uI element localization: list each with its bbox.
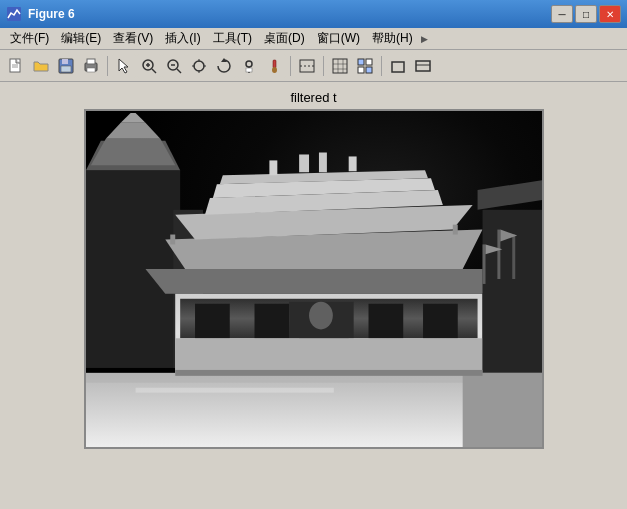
main-content: filtered t — [0, 82, 627, 509]
zoom-out-button[interactable] — [162, 54, 186, 78]
print-button[interactable] — [79, 54, 103, 78]
menubar: 文件(F) 编辑(E) 查看(V) 插入(I) 工具(T) 桌面(D) 窗口(W… — [0, 28, 627, 50]
svg-point-25 — [246, 61, 252, 67]
open-button[interactable] — [29, 54, 53, 78]
svg-rect-84 — [462, 373, 541, 447]
svg-rect-61 — [318, 153, 326, 173]
svg-rect-63 — [452, 225, 457, 235]
pointer-button[interactable] — [112, 54, 136, 78]
svg-rect-60 — [299, 154, 309, 172]
svg-rect-62 — [170, 235, 175, 245]
svg-rect-41 — [392, 62, 404, 72]
menu-help[interactable]: 帮助(H) — [366, 28, 419, 49]
sep1 — [107, 56, 108, 76]
svg-rect-9 — [87, 59, 95, 64]
new-button[interactable] — [4, 54, 28, 78]
save-button[interactable] — [54, 54, 78, 78]
app-icon — [6, 6, 22, 22]
svg-marker-52 — [145, 269, 502, 294]
datacursor-button[interactable] — [237, 54, 261, 78]
zoom-in-button[interactable] — [137, 54, 161, 78]
svg-rect-69 — [368, 304, 403, 339]
menu-desktop[interactable]: 桌面(D) — [258, 28, 311, 49]
menu-insert[interactable]: 插入(I) — [159, 28, 206, 49]
svg-rect-30 — [300, 60, 314, 72]
svg-rect-7 — [61, 66, 71, 72]
menu-file[interactable]: 文件(F) — [4, 28, 55, 49]
svg-rect-76 — [482, 244, 485, 284]
box1-button[interactable] — [386, 54, 410, 78]
grid-button1[interactable] — [328, 54, 352, 78]
menu-window[interactable]: 窗口(W) — [311, 28, 366, 49]
window-title: Figure 6 — [28, 7, 545, 21]
svg-rect-40 — [366, 67, 372, 73]
window-controls: ─ □ ✕ — [551, 5, 621, 23]
rotate-button[interactable] — [212, 54, 236, 78]
svg-rect-59 — [348, 156, 356, 171]
svg-marker-4 — [34, 62, 48, 71]
svg-rect-10 — [87, 68, 95, 72]
sep2 — [290, 56, 291, 76]
grid-button2[interactable] — [353, 54, 377, 78]
menu-expand-arrow[interactable]: ▶ — [421, 34, 428, 44]
link-axes-button[interactable] — [295, 54, 319, 78]
svg-rect-67 — [254, 304, 289, 339]
svg-rect-6 — [62, 59, 68, 64]
svg-rect-32 — [333, 59, 347, 73]
svg-rect-42 — [416, 61, 430, 71]
svg-marker-11 — [119, 59, 128, 73]
zoom-fit-button[interactable] — [187, 54, 211, 78]
svg-rect-83 — [135, 388, 333, 393]
image-frame[interactable] — [84, 109, 544, 449]
image-svg — [86, 111, 542, 447]
plot-title: filtered t — [290, 90, 336, 105]
close-button[interactable]: ✕ — [599, 5, 621, 23]
menu-edit[interactable]: 编辑(E) — [55, 28, 107, 49]
image-canvas — [86, 111, 542, 447]
menu-view[interactable]: 查看(V) — [107, 28, 159, 49]
svg-rect-85 — [175, 370, 482, 376]
titlebar: Figure 6 ─ □ ✕ — [0, 0, 627, 28]
toolbar — [0, 50, 627, 82]
brush-button[interactable] — [262, 54, 286, 78]
svg-rect-58 — [269, 160, 277, 175]
svg-rect-28 — [273, 60, 276, 68]
svg-rect-77 — [497, 230, 500, 279]
svg-rect-70 — [423, 304, 458, 339]
svg-rect-37 — [358, 59, 364, 65]
menu-tools[interactable]: 工具(T) — [207, 28, 258, 49]
svg-rect-73 — [175, 338, 482, 373]
svg-rect-27 — [246, 68, 252, 72]
svg-rect-66 — [195, 304, 230, 339]
box2-button[interactable] — [411, 54, 435, 78]
svg-point-29 — [272, 67, 277, 73]
svg-point-19 — [194, 61, 204, 71]
svg-line-17 — [177, 69, 181, 73]
sep4 — [381, 56, 382, 76]
minimize-button[interactable]: ─ — [551, 5, 573, 23]
svg-rect-78 — [512, 235, 515, 279]
svg-rect-39 — [358, 67, 364, 73]
svg-point-72 — [309, 302, 333, 330]
svg-line-13 — [152, 69, 156, 73]
svg-rect-38 — [366, 59, 372, 65]
sep3 — [323, 56, 324, 76]
maximize-button[interactable]: □ — [575, 5, 597, 23]
